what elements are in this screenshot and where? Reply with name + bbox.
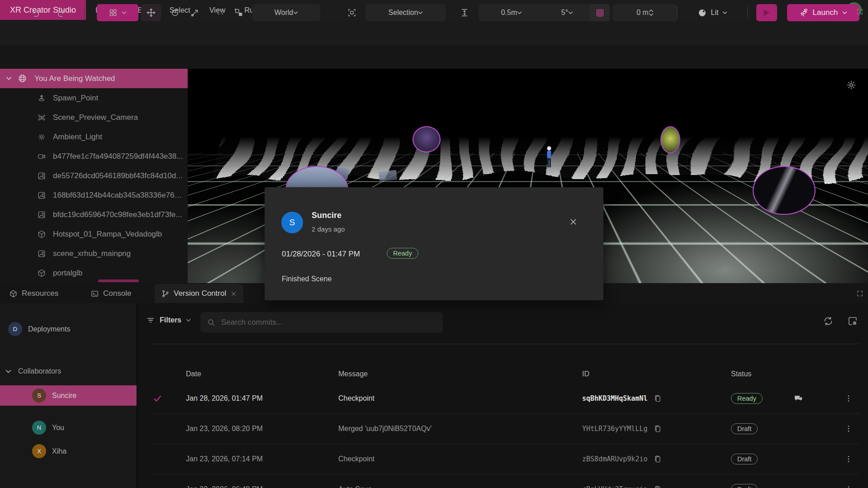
commit-row[interactable]: Jan 28, 2026, 01:47 PM Checkpoint sqBhKD… <box>152 384 860 414</box>
xr-creator-studio-window: XR Creator Studio Project Edit Select Vi… <box>0 0 868 488</box>
hierarchy-item[interactable]: Spawn_Point <box>0 88 188 108</box>
redo-button[interactable] <box>55 4 67 21</box>
rotate-tool-button[interactable] <box>168 4 182 21</box>
scale-tool-button[interactable] <box>188 4 202 21</box>
app-title[interactable]: XR Creator Studio <box>0 0 86 20</box>
hierarchy-item[interactable]: bfdc19cd6596470c98fee3eb1df73fe... <box>0 205 188 224</box>
view-layout-button[interactable] <box>97 4 138 21</box>
hierarchy-item[interactable]: 168bf63d124b44cab345a38336e765... <box>0 185 188 205</box>
panel-tab-strip: Hierarchy Scene <box>0 45 868 69</box>
collaborator-suncire[interactable]: S Suncire <box>32 389 76 403</box>
chevron-down-icon <box>122 11 127 14</box>
vertical-move-icon[interactable] <box>458 4 471 21</box>
hierarchy-item[interactable]: scene_xrhub_mainpng <box>0 244 188 263</box>
commit-row[interactable]: Jan 23, 2026, 07:14 PM Checkpoint zBS8dm… <box>152 444 860 474</box>
cube-icon <box>37 230 46 239</box>
tab-resources[interactable]: Resources <box>3 284 65 303</box>
hierarchy-item[interactable]: Ambient_Light <box>0 127 188 147</box>
avatar: X <box>32 444 46 458</box>
cube-icon <box>9 289 18 298</box>
collaborator-you[interactable]: N You <box>32 421 64 435</box>
grid-snap-toggle[interactable] <box>590 4 610 21</box>
chevron-down-icon[interactable] <box>6 76 12 81</box>
pivot-bounds-button[interactable] <box>345 4 359 21</box>
copy-icon[interactable] <box>653 394 662 403</box>
copy-icon[interactable] <box>653 485 662 488</box>
lit-mode-dropdown[interactable]: Lit <box>688 4 737 21</box>
portal-dark-ship[interactable] <box>753 166 816 215</box>
kebab-menu-icon[interactable] <box>844 484 854 488</box>
copy-icon[interactable] <box>653 424 662 433</box>
rotate-snap-dropdown[interactable]: 5° <box>539 4 595 21</box>
hierarchy-item[interactable]: Hotspot_01_Rampa_Vedadoglb <box>0 224 188 244</box>
refresh-icon[interactable] <box>823 316 834 327</box>
world-space-dropdown[interactable]: World <box>252 4 320 21</box>
chevron-down-icon <box>568 11 573 14</box>
selection-mode-dropdown[interactable]: Selection <box>365 4 446 21</box>
kebab-menu-icon[interactable] <box>844 424 854 434</box>
toolbar: World Selection 0.5m 5° 0 m Lit Launch <box>0 20 868 45</box>
avatar-figure[interactable] <box>544 146 554 169</box>
portal-small-left[interactable] <box>413 126 441 152</box>
avatar: S <box>32 389 46 403</box>
launch-button[interactable]: Launch <box>787 4 859 21</box>
filters-button[interactable]: Filters <box>146 316 191 325</box>
move-icon <box>146 8 156 18</box>
tab-console[interactable]: Console <box>84 284 138 303</box>
kebab-menu-icon[interactable] <box>844 454 854 464</box>
hierarchy-item[interactable]: de55726dcd0546189bbf43fc84d10d... <box>0 166 188 185</box>
hierarchy-root-item[interactable]: You Are Being Watched <box>0 69 188 88</box>
expand-icon[interactable] <box>217 8 224 15</box>
undo-button[interactable] <box>30 4 42 21</box>
search-commits-input[interactable] <box>220 317 412 327</box>
close-button[interactable] <box>567 215 579 228</box>
cube-icon <box>37 269 46 278</box>
expand-icon[interactable] <box>856 8 863 15</box>
status-badge: Draft <box>731 423 758 434</box>
light-icon <box>37 133 46 142</box>
close-icon[interactable] <box>230 290 237 297</box>
hierarchy-item[interactable]: b477fee1c7fa494087259df4f443e38... <box>0 147 188 166</box>
collaborators-header[interactable]: Collaborators <box>5 367 61 375</box>
copy-icon[interactable] <box>653 455 662 464</box>
commit-row[interactable]: Jan 23, 2026, 08:20 PM Merged 'uub7j0NiB… <box>152 414 860 444</box>
commit-row[interactable]: Jan 23, 2026, 06:49 PM Auto Save cBqLVHd… <box>152 474 860 488</box>
step-up-icon[interactable] <box>649 9 654 12</box>
transform-space-icon[interactable] <box>232 4 246 21</box>
horizontal-scrollbar[interactable] <box>98 280 139 282</box>
gear-icon[interactable] <box>846 80 857 90</box>
image-icon <box>37 249 46 258</box>
play-icon <box>763 9 770 17</box>
panel-settings-icon[interactable] <box>847 316 858 327</box>
avatar: S <box>281 212 303 233</box>
play-button[interactable] <box>756 4 777 21</box>
hierarchy-item[interactable]: Scene_Preview_Camera <box>0 108 188 127</box>
commits-table-header: Date Message ID Status <box>152 365 860 384</box>
column-id: ID <box>582 370 731 378</box>
tab-version-control[interactable]: Version Control <box>155 284 243 303</box>
expand-icon[interactable] <box>856 290 863 297</box>
popup-author: Suncire <box>312 211 342 220</box>
grid-offset-stepper[interactable]: 0 m <box>612 4 678 21</box>
move-snap-dropdown[interactable]: 0.5m <box>479 4 545 21</box>
deployments-item[interactable]: D Deployments <box>8 322 70 336</box>
kebab-menu-icon[interactable] <box>844 393 854 403</box>
popup-message: Finished Scene <box>282 275 332 283</box>
image-icon <box>37 171 46 180</box>
comment-icon[interactable] <box>793 393 804 404</box>
column-date: Date <box>186 370 338 378</box>
step-down-icon[interactable] <box>649 13 654 16</box>
hierarchy-item[interactable]: portalglb <box>0 263 188 283</box>
branch-icon <box>161 289 170 298</box>
portal-small-right[interactable] <box>660 126 680 153</box>
deployments-avatar: D <box>8 322 22 336</box>
divider <box>152 344 860 344</box>
chevron-down-icon <box>842 11 847 14</box>
commits-panel: Filters Date Message ID Status <box>137 303 868 488</box>
floating-image-fragment[interactable] <box>379 170 397 181</box>
image-icon <box>37 210 46 219</box>
move-tool-button[interactable] <box>141 4 161 21</box>
collaborator-xiha[interactable]: X Xiha <box>32 444 66 458</box>
person-icon <box>37 94 46 103</box>
avatar: N <box>32 421 46 435</box>
